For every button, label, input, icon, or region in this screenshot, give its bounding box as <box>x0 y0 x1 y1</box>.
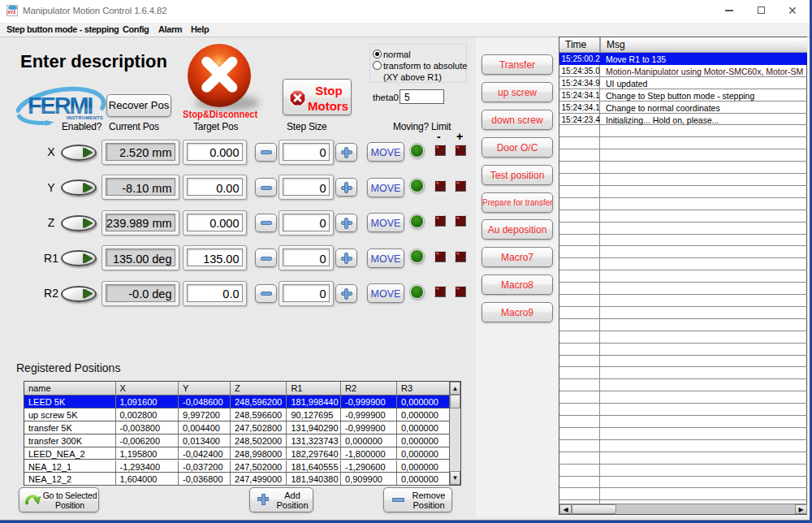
svg-text:INSTRUMENTS: INSTRUMENTS <box>67 115 103 120</box>
